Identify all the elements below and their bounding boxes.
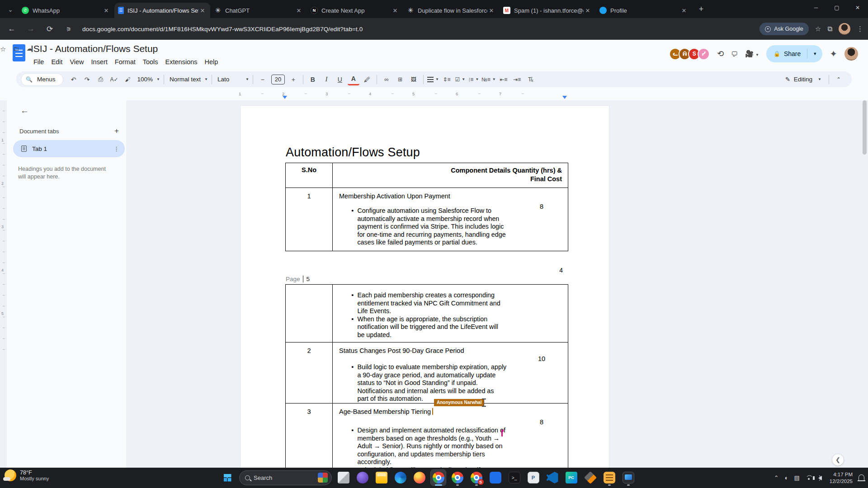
- text-color-button[interactable]: A: [348, 74, 359, 85]
- move-folder-icon[interactable]: 🗀: [13, 45, 19, 53]
- taskbar-weather-widget[interactable]: 78°F Mostly sunny: [5, 469, 49, 481]
- menu-insert[interactable]: Insert: [88, 57, 111, 67]
- bold-button[interactable]: B: [307, 74, 319, 85]
- browser-menu-kebab-icon[interactable]: ⋮: [857, 25, 863, 33]
- tab-close-icon[interactable]: ✕: [102, 6, 110, 14]
- browser-tab-4[interactable]: NCreate Next App✕: [307, 3, 403, 18]
- document-page[interactable]: Automation/Flows Setup S.No Component De…: [240, 105, 609, 488]
- close-window-button[interactable]: ✕: [847, 0, 868, 15]
- tab-close-icon[interactable]: ✕: [198, 6, 207, 14]
- touch-keyboard-icon[interactable]: ▤: [794, 474, 800, 481]
- hours-value[interactable]: 8: [532, 418, 552, 426]
- cell-sno[interactable]: 2: [286, 343, 333, 403]
- menu-tools[interactable]: Tools: [139, 57, 162, 67]
- taskbar-edge-icon[interactable]: [393, 470, 408, 485]
- cell-sno[interactable]: [286, 285, 333, 342]
- redo-button[interactable]: ↷: [81, 74, 93, 85]
- tray-app-icon[interactable]: ◐: [785, 474, 788, 481]
- component-title[interactable]: Status Changes Post 90-Day Grace Period: [333, 343, 568, 354]
- tab-close-icon[interactable]: ✕: [487, 6, 495, 14]
- document-title[interactable]: ISIJ - Automation/Flows Setup: [31, 43, 158, 54]
- taskbar-remote-desktop-icon[interactable]: [621, 470, 636, 485]
- back-button[interactable]: ←: [5, 22, 19, 36]
- browser-tab-5[interactable]: ✳Duplicate flow in Salesforce✕: [403, 3, 499, 18]
- tab-close-icon[interactable]: ✕: [295, 6, 303, 14]
- numbered-list-icon[interactable]: №≡▼: [481, 74, 496, 85]
- zoom-select[interactable]: 100%▼: [136, 74, 160, 85]
- tab-close-icon[interactable]: ✕: [584, 6, 592, 14]
- version-history-icon[interactable]: ⟲: [717, 49, 724, 59]
- line-spacing-icon[interactable]: ⇕≡: [441, 74, 453, 85]
- left-indent-marker[interactable]: [283, 96, 287, 99]
- header-sno[interactable]: S.No: [286, 163, 333, 188]
- right-indent-marker[interactable]: [562, 96, 567, 99]
- tray-chevron-up-icon[interactable]: ⌃: [774, 474, 779, 481]
- side-panel-collapse-button[interactable]: ❮: [832, 454, 844, 466]
- tab-close-icon[interactable]: ✕: [680, 6, 688, 14]
- paragraph-style-select[interactable]: Normal text▼: [168, 74, 208, 85]
- bullet-text[interactable]: Configure automation using Salesforce Fl…: [357, 207, 505, 247]
- tab-close-icon[interactable]: ✕: [391, 6, 399, 14]
- new-tab-button[interactable]: +: [695, 3, 708, 15]
- menus-search-button[interactable]: 🔍 Menus: [21, 73, 63, 86]
- cell-details[interactable]: Membership Activation Upon Payment8●Conf…: [333, 188, 568, 251]
- checklist-icon[interactable]: ☑▼: [454, 74, 466, 85]
- taskbar-vscode-icon[interactable]: [545, 470, 560, 485]
- hours-value[interactable]: 8: [532, 203, 552, 210]
- decrease-indent-icon[interactable]: ⇤≡: [498, 74, 509, 85]
- account-avatar[interactable]: [844, 47, 858, 61]
- component-title[interactable]: Membership Activation Upon Payment: [333, 188, 568, 200]
- add-comment-icon[interactable]: ⊞: [394, 74, 406, 85]
- taskbar-pgadmin-icon[interactable]: P: [526, 470, 541, 485]
- taskbar-diagrams-icon[interactable]: [583, 470, 598, 485]
- align-icon[interactable]: ▼: [427, 74, 439, 85]
- undo-button[interactable]: ↶: [68, 74, 80, 85]
- font-select[interactable]: Lato▼: [216, 74, 249, 85]
- taskbar-chrome-profile-icon[interactable]: [469, 470, 484, 485]
- taskbar-file-explorer-icon[interactable]: [374, 470, 389, 485]
- taskbar-chrome-icon[interactable]: [431, 470, 446, 485]
- bulleted-list-icon[interactable]: ⁝≡▼: [468, 74, 480, 85]
- insert-image-icon[interactable]: 🖼: [408, 74, 420, 85]
- bullet-text[interactable]: Build logic to evaluate membership expir…: [357, 363, 506, 403]
- gemini-icon[interactable]: ✦: [830, 48, 837, 59]
- volume-icon[interactable]: [818, 476, 822, 480]
- italic-button[interactable]: I: [321, 74, 332, 85]
- forward-button[interactable]: →: [24, 22, 38, 36]
- document-heading[interactable]: Automation/Flows Setup: [286, 145, 420, 160]
- font-size-input[interactable]: 20: [271, 75, 285, 84]
- sidebar-item-tab1[interactable]: Tab 1 ⋮: [13, 140, 125, 157]
- increase-font-size-button[interactable]: +: [288, 74, 299, 85]
- browser-tab-2[interactable]: ISIJ - Automation/Flows Setup✕: [114, 3, 210, 18]
- hide-menus-chevron-icon[interactable]: ⌃: [833, 74, 844, 85]
- add-tab-button[interactable]: +: [114, 127, 119, 136]
- taskbar-search-box[interactable]: Search: [239, 470, 332, 485]
- increase-indent-icon[interactable]: ⇥≡: [511, 74, 523, 85]
- browser-tab-6[interactable]: MSpam (1) - ishann.tforce@gmai✕: [500, 3, 595, 18]
- taskbar-firefox-icon[interactable]: [412, 470, 427, 485]
- taskbar-task-view-icon[interactable]: [336, 470, 351, 485]
- maximize-button[interactable]: ▢: [826, 0, 847, 15]
- cloud-status-icon[interactable]: ☁: [26, 45, 32, 53]
- ask-google-button[interactable]: Ask Google: [760, 23, 809, 35]
- menu-edit[interactable]: Edit: [47, 57, 66, 67]
- header-details[interactable]: Component Details Quantity (hrs) & Final…: [333, 163, 568, 188]
- cell-sno[interactable]: 1: [286, 188, 333, 251]
- taskbar-app-n-icon[interactable]: [488, 470, 503, 485]
- bullet-text[interactable]: When the age is appropriate, the subscri…: [357, 315, 498, 339]
- url-bar[interactable]: docs.google.com/document/d/1MF816HSMkqvW…: [82, 26, 363, 33]
- browser-tab-3[interactable]: ✳ChatGPT✕: [211, 3, 307, 18]
- share-button[interactable]: 🔒Share ▼: [766, 45, 822, 62]
- vertical-scrollbar-thumb[interactable]: [863, 100, 867, 155]
- sidebar-back-arrow-icon[interactable]: ←: [20, 106, 29, 116]
- print-icon[interactable]: ⎙: [95, 74, 107, 85]
- video-call-icon[interactable]: 🎥▼: [745, 50, 759, 58]
- hours-value[interactable]: 10: [532, 355, 552, 362]
- browser-tab-1[interactable]: ✆WhatsApp✕: [18, 3, 114, 18]
- bookmark-star-icon[interactable]: ☆: [815, 25, 821, 33]
- taskbar-terminal-icon[interactable]: >_: [507, 470, 522, 485]
- taskbar-notes-icon[interactable]: [602, 470, 617, 485]
- menu-help[interactable]: Help: [201, 57, 222, 67]
- minimize-button[interactable]: ─: [806, 0, 826, 15]
- menu-extensions[interactable]: Extensions: [162, 57, 201, 67]
